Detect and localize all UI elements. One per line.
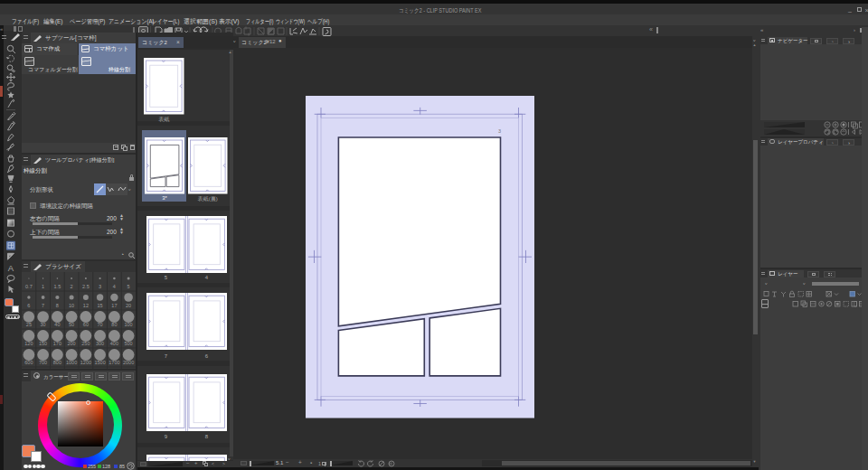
svg-text:6: 6 xyxy=(27,303,30,308)
svg-text:2000: 2000 xyxy=(123,360,134,365)
svg-text:120: 120 xyxy=(24,341,33,346)
svg-text:0.7: 0.7 xyxy=(25,284,33,289)
svg-text:100: 100 xyxy=(125,322,133,327)
svg-text:5: 5 xyxy=(127,284,130,289)
svg-text:8: 8 xyxy=(56,303,59,308)
svg-text:25: 25 xyxy=(26,322,32,327)
svg-text:300: 300 xyxy=(96,341,104,346)
svg-text:A: A xyxy=(8,263,14,273)
svg-text:60: 60 xyxy=(83,322,89,327)
svg-text:170: 170 xyxy=(53,341,61,346)
svg-text:400: 400 xyxy=(110,341,118,346)
svg-text:70: 70 xyxy=(98,322,103,327)
svg-text:2.5: 2.5 xyxy=(82,284,90,289)
svg-text:17: 17 xyxy=(111,303,117,308)
svg-text:150: 150 xyxy=(39,341,47,346)
svg-text:1700: 1700 xyxy=(108,360,119,365)
svg-text:10: 10 xyxy=(69,303,74,308)
svg-text:600: 600 xyxy=(24,360,33,365)
svg-text:40: 40 xyxy=(54,322,60,327)
svg-text:1000: 1000 xyxy=(66,360,77,365)
svg-text:200: 200 xyxy=(68,341,76,346)
svg-text:4: 4 xyxy=(113,284,116,289)
svg-text:800: 800 xyxy=(53,360,61,365)
svg-text:80: 80 xyxy=(111,322,117,327)
svg-text:1200: 1200 xyxy=(80,360,91,365)
svg-text:50: 50 xyxy=(69,322,74,327)
svg-text:1500: 1500 xyxy=(94,360,105,365)
svg-text:3: 3 xyxy=(498,128,501,134)
svg-text:1: 1 xyxy=(42,284,44,289)
svg-text:7: 7 xyxy=(42,303,44,308)
svg-text:12: 12 xyxy=(83,303,89,308)
svg-text:700: 700 xyxy=(39,360,47,365)
svg-text:250: 250 xyxy=(81,341,90,346)
svg-text:30: 30 xyxy=(41,322,46,327)
svg-text:500: 500 xyxy=(125,341,133,346)
svg-text:20: 20 xyxy=(126,303,131,308)
svg-text:2: 2 xyxy=(71,284,73,289)
svg-text:1.5: 1.5 xyxy=(54,284,61,289)
svg-text:15: 15 xyxy=(98,303,103,308)
svg-text:3: 3 xyxy=(99,284,101,289)
